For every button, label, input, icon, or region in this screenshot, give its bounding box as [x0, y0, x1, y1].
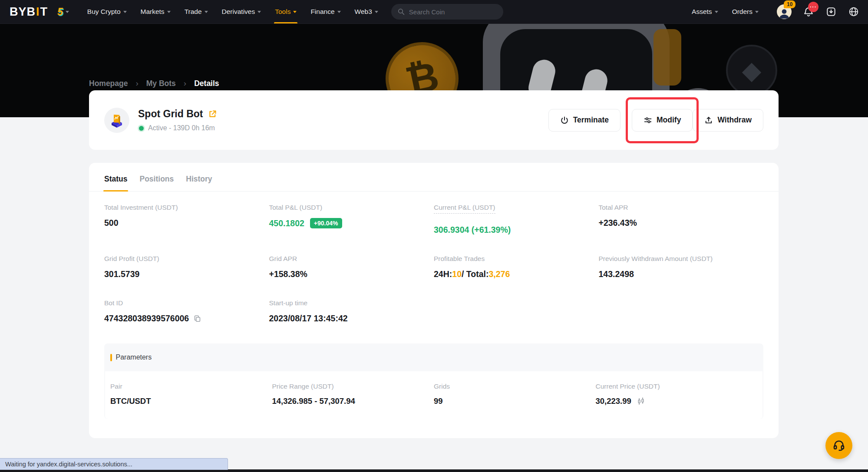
stat-startup-time: Start-up time 2023/08/17 13:45:42 — [269, 299, 434, 323]
nav-tools[interactable]: Tools — [268, 0, 304, 23]
tooltip-label[interactable]: Current P&L (USDT) — [434, 204, 495, 214]
nav-orders[interactable]: Orders — [725, 0, 766, 23]
chevron-down-icon — [337, 11, 341, 13]
chevron-down-icon — [123, 11, 127, 13]
browser-status-bar: Waiting for yandex.digital-services.solu… — [0, 458, 228, 470]
bot-header-card: Spot Grid Bot Active - 139D 0h 16m Termi… — [89, 90, 779, 150]
search-input[interactable] — [409, 8, 497, 16]
person-icon — [778, 7, 791, 19]
nav-right-group: Assets Orders 10 ··· — [685, 0, 859, 23]
power-icon — [560, 116, 569, 125]
globe-icon — [848, 6, 859, 17]
status-stats-grid: Total Investment (USDT) 500 Total P&L (U… — [89, 191, 779, 323]
external-link-icon[interactable] — [208, 109, 217, 119]
param-current-price: Current Price (USDT) 30,223.99 — [596, 383, 758, 406]
active-status-dot — [139, 126, 144, 131]
language-selector[interactable] — [848, 6, 859, 17]
pnl-percent-badge: +90.04% — [310, 218, 342, 228]
sliders-icon — [644, 116, 652, 125]
stat-total-pnl: Total P&L (USDT) 450.1802+90.04% — [269, 204, 434, 235]
coin-search[interactable] — [391, 4, 503, 20]
chevron-right-icon: › — [184, 79, 186, 88]
main-menu: Buy Crypto Markets Trade Derivatives Too… — [80, 0, 385, 23]
tab-status[interactable]: Status — [104, 163, 127, 191]
copy-icon[interactable] — [193, 314, 201, 323]
stat-grid-profit: Grid Profit (USDT) 301.5739 — [104, 255, 269, 279]
logo-text-end: T — [40, 5, 48, 19]
chevron-down-icon — [375, 11, 378, 13]
top-nav: BYBIT 5 Buy Crypto Markets Trade Derivat… — [0, 0, 868, 24]
headset-icon — [832, 439, 845, 452]
search-icon — [397, 8, 405, 16]
param-grids: Grids 99 — [434, 383, 596, 406]
bybit-logo[interactable]: BYBIT — [10, 5, 48, 19]
status-badge: Active - 139D 0h 16m — [148, 124, 215, 132]
nav-buy-crypto[interactable]: Buy Crypto — [80, 0, 134, 23]
tab-positions[interactable]: Positions — [139, 163, 174, 191]
nav-finance[interactable]: Finance — [304, 0, 347, 23]
tab-bar: Status Positions History — [89, 163, 779, 191]
withdraw-button[interactable]: Withdraw — [693, 109, 763, 132]
message-count-badge: 10 — [784, 0, 795, 8]
terminate-button[interactable]: Terminate — [548, 109, 620, 132]
nav-assets[interactable]: Assets — [685, 0, 725, 23]
section-accent-bar — [110, 354, 112, 361]
grid-bot-avatar — [104, 108, 129, 133]
app-download[interactable] — [825, 6, 837, 17]
stat-total-investment: Total Investment (USDT) 500 — [104, 204, 269, 235]
eth-coin-illustration: ◆ — [726, 45, 777, 96]
page-title: Spot Grid Bot — [138, 108, 203, 120]
notification-dots-badge: ··· — [808, 2, 818, 12]
breadcrumb-details: Details — [194, 79, 219, 88]
nav-derivatives[interactable]: Derivatives — [215, 0, 268, 23]
anniversary-5-menu[interactable]: 5 — [57, 6, 69, 18]
chevron-down-icon — [167, 11, 171, 13]
support-chat-button[interactable] — [825, 432, 852, 459]
bot-details-card: Status Positions History Total Investmen… — [89, 163, 779, 438]
stat-current-pnl: Current P&L (USDT) 306.9304 (+61.39%) — [434, 204, 599, 235]
upload-icon — [704, 116, 713, 125]
breadcrumb: Homepage › My Bots › Details — [89, 79, 219, 88]
stat-profitable-trades: Profitable Trades 24H: 10 / Total: 3,276 — [434, 255, 599, 279]
robot-ear-illustration — [653, 29, 681, 86]
notifications-bell[interactable]: ··· — [803, 6, 814, 17]
chevron-down-icon — [66, 11, 69, 13]
modify-button[interactable]: Modify — [632, 109, 693, 132]
stat-grid-apr: Grid APR +158.38% — [269, 255, 434, 279]
nav-web3[interactable]: Web3 — [348, 0, 385, 23]
nav-markets[interactable]: Markets — [134, 0, 178, 23]
grid-bot-icon — [108, 112, 125, 129]
chevron-down-icon — [755, 11, 759, 13]
param-price-range: Price Range (USDT) 14,326.985 - 57,307.9… — [272, 383, 434, 406]
nav-trade[interactable]: Trade — [178, 0, 215, 23]
breadcrumb-my-bots[interactable]: My Bots — [146, 79, 176, 88]
chevron-down-icon — [205, 11, 208, 13]
logo-accent: I — [36, 5, 40, 19]
chevron-down-icon — [293, 11, 297, 13]
param-pair: Pair BTC/USDT — [110, 383, 272, 406]
parameters-section: Parameters Pair BTC/USDT Price Range (US… — [104, 343, 763, 419]
parameters-values: Pair BTC/USDT Price Range (USDT) 14,326.… — [105, 371, 762, 419]
user-avatar[interactable]: 10 — [777, 4, 792, 19]
stat-total-apr: Total APR +236.43% — [599, 204, 764, 235]
tab-history[interactable]: History — [186, 163, 212, 191]
parameters-title: Parameters — [116, 353, 152, 361]
chevron-down-icon — [715, 11, 718, 13]
stat-bot-id: Bot ID 474328038939576006 — [104, 299, 269, 323]
anniversary-5-icon: 5 — [57, 6, 63, 18]
stat-withdrawn-amount: Previously Withdrawn Amount (USDT) 143.2… — [599, 255, 764, 279]
breadcrumb-homepage[interactable]: Homepage — [89, 79, 128, 88]
chevron-down-icon — [257, 11, 261, 13]
candlestick-chart-icon[interactable] — [637, 397, 646, 406]
logo-text: BYB — [10, 5, 36, 19]
download-icon — [825, 6, 837, 17]
chevron-right-icon: › — [135, 79, 138, 88]
